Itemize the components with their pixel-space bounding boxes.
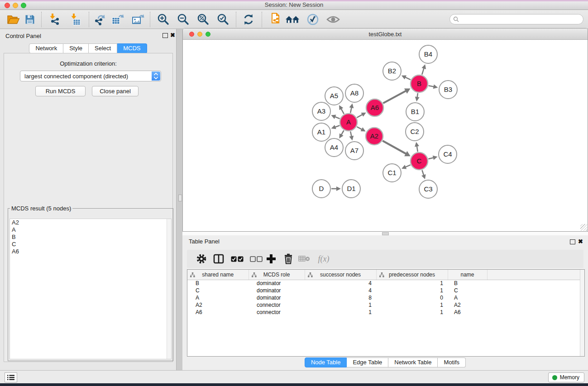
tab-network[interactable]: Network xyxy=(29,43,63,53)
tab-motifs[interactable]: Motifs xyxy=(438,357,466,367)
window-resize-grip[interactable] xyxy=(580,224,587,231)
select-all-checkboxes-icon[interactable] xyxy=(230,252,244,266)
graphics-details-icon[interactable] xyxy=(306,12,320,27)
tab-select[interactable]: Select xyxy=(89,43,117,53)
float-panel-icon[interactable] xyxy=(163,33,168,38)
criterion-select[interactable]: largest connected component (directed) xyxy=(20,71,161,81)
table-cell[interactable]: A xyxy=(448,294,487,301)
table-cell[interactable]: 1 xyxy=(376,309,448,316)
split-columns-icon[interactable] xyxy=(211,252,226,266)
table-row[interactable]: A2connector11A2 xyxy=(187,301,584,309)
table-row[interactable]: A6connector11A6 xyxy=(187,309,584,316)
tab-mcds[interactable]: MCDS xyxy=(117,43,147,53)
mcds-result-item[interactable]: A xyxy=(10,226,171,234)
table-cell[interactable]: A2 xyxy=(448,301,487,309)
graph-edge-arrowhead xyxy=(415,142,419,147)
graph-edge-A6-B[interactable] xyxy=(383,91,406,103)
tab-style[interactable]: Style xyxy=(63,43,89,53)
export-image-icon[interactable] xyxy=(131,12,146,27)
table-cell[interactable]: A6 xyxy=(448,309,487,316)
table-cell[interactable]: 8 xyxy=(305,294,376,301)
table-cell[interactable]: dominator xyxy=(249,287,305,294)
column-header-predecessor-nodes[interactable]: predecessor nodes xyxy=(376,270,448,280)
table-cell[interactable]: connector xyxy=(249,309,305,316)
mcds-result-item[interactable]: C xyxy=(10,241,171,248)
table-cell-filler xyxy=(487,287,584,294)
open-folder-icon[interactable] xyxy=(6,12,20,27)
tab-edge-table[interactable]: Edge Table xyxy=(347,357,388,367)
tab-node-table[interactable]: Node Table xyxy=(305,357,347,367)
table-cell[interactable]: dominator xyxy=(249,294,305,301)
tab-network-table[interactable]: Network Table xyxy=(388,357,438,367)
task-history-button[interactable] xyxy=(5,372,17,382)
graph-node-label: A5 xyxy=(330,92,338,100)
table-row[interactable]: Bdominator41B xyxy=(187,280,584,287)
column-header-shared-name[interactable]: shared name xyxy=(187,270,249,280)
delete-column-icon[interactable] xyxy=(281,252,296,266)
close-panel-icon[interactable]: ✖ xyxy=(170,32,175,38)
column-header-successor-nodes[interactable]: successor nodes xyxy=(305,270,376,280)
table-cell[interactable]: 1 xyxy=(376,287,448,294)
table-cell[interactable]: A6 xyxy=(187,309,249,316)
mcds-result-item[interactable]: B xyxy=(10,234,171,241)
close-table-panel-icon[interactable]: ✖ xyxy=(578,238,583,245)
horizontal-splitter-handle[interactable] xyxy=(382,232,389,235)
table-cell[interactable]: 1 xyxy=(376,301,448,309)
network-graph: B4B2BB3A8A5A6A3B1AA1C2A2A4A7C4CC1C3DD1 xyxy=(183,40,588,231)
mcds-list-scrollbar[interactable] xyxy=(167,219,171,359)
mcds-result-item[interactable]: A2 xyxy=(10,219,171,226)
deselect-checkboxes-icon[interactable] xyxy=(249,252,263,266)
table-scrollbar[interactable] xyxy=(580,270,584,356)
mcds-result-item[interactable]: A6 xyxy=(10,248,171,255)
export-table-icon[interactable] xyxy=(111,12,125,27)
table-cell[interactable]: 4 xyxy=(305,287,376,294)
network-window-titlebar[interactable]: testGlobe.txt xyxy=(183,29,588,40)
table-cell[interactable]: connector xyxy=(249,301,305,309)
table-cell[interactable]: 1 xyxy=(305,301,376,309)
network-from-document-icon[interactable] xyxy=(268,12,282,27)
search-input[interactable] xyxy=(461,15,579,24)
table-cell[interactable]: dominator xyxy=(249,280,305,287)
table-cell[interactable]: B xyxy=(187,280,249,287)
show-hide-eye-icon[interactable] xyxy=(326,12,340,27)
function-builder-icon[interactable]: f(x) xyxy=(314,252,333,266)
network-canvas[interactable]: B4B2BB3A8A5A6A3B1AA1C2A2A4A7C4CC1C3DD1 xyxy=(183,40,588,231)
table-cell[interactable]: B xyxy=(448,280,487,287)
column-header-name[interactable]: name xyxy=(448,270,487,280)
table-cell[interactable]: A xyxy=(187,294,249,301)
table-cell[interactable]: 1 xyxy=(305,309,376,316)
save-session-icon[interactable] xyxy=(23,12,37,27)
float-table-panel-icon[interactable] xyxy=(570,239,575,244)
run-mcds-button[interactable]: Run MCDS xyxy=(35,86,86,96)
table-cell[interactable]: C xyxy=(187,287,249,294)
zoom-out-icon[interactable] xyxy=(176,12,191,27)
home-networks-icon[interactable] xyxy=(285,12,300,27)
export-network-icon[interactable] xyxy=(92,12,107,27)
close-panel-button[interactable]: Close panel xyxy=(92,86,139,96)
zoom-selected-icon[interactable] xyxy=(216,12,230,27)
delete-table-icon[interactable] xyxy=(297,252,311,266)
graph-edge-arrowhead xyxy=(422,64,426,69)
table-row[interactable]: Adominator80A xyxy=(187,294,584,301)
zoom-in-icon[interactable] xyxy=(156,12,171,27)
graph-edge-arrowhead xyxy=(336,186,341,191)
memory-button[interactable]: Memory xyxy=(548,372,584,382)
table-cell-filler xyxy=(487,309,584,316)
graph-edge-arrowhead xyxy=(349,136,354,141)
table-cell[interactable]: 1 xyxy=(376,280,448,287)
add-column-icon[interactable] xyxy=(264,252,278,266)
table-row[interactable]: Cdominator41C xyxy=(187,287,584,294)
table-cell[interactable]: 0 xyxy=(376,294,448,301)
refresh-layout-icon[interactable] xyxy=(241,12,256,27)
settings-gear-icon[interactable] xyxy=(194,252,209,266)
table-cell[interactable]: 4 xyxy=(305,280,376,287)
column-header-MCDS-role[interactable]: MCDS role xyxy=(249,270,305,280)
mcds-result-list[interactable]: A2ABCA6 xyxy=(10,219,172,359)
vertical-splitter-handle[interactable] xyxy=(178,195,182,201)
import-table-icon[interactable] xyxy=(68,12,83,27)
table-cell[interactable]: A2 xyxy=(187,301,249,309)
graph-edge-A2-C[interactable] xyxy=(382,141,407,154)
import-network-icon[interactable] xyxy=(47,12,62,27)
table-cell[interactable]: C xyxy=(448,287,487,294)
zoom-fit-icon[interactable] xyxy=(196,12,210,27)
